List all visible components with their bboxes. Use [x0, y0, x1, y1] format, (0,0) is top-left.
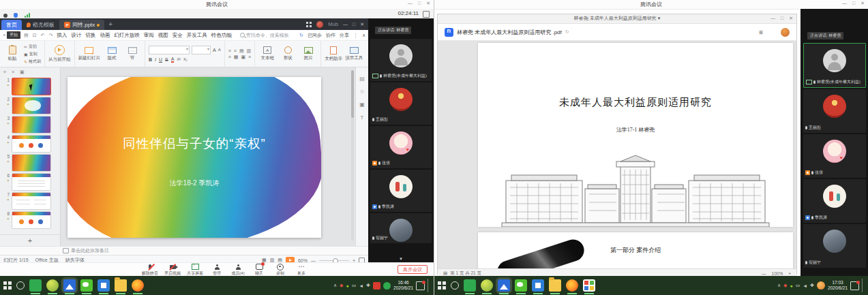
superscript-button[interactable]: X²: [177, 57, 181, 61]
tab-home[interactable]: 首页: [1, 20, 22, 30]
start-button-icon[interactable]: [3, 281, 12, 290]
manage-button[interactable]: 管理: [209, 264, 224, 277]
redo-icon[interactable]: ↷: [48, 33, 53, 38]
menu-animation[interactable]: 动画: [100, 32, 110, 39]
slide-thumb-1[interactable]: 1✦: [0, 77, 60, 96]
zoom-slider[interactable]: [319, 260, 349, 261]
chat-button[interactable]: 聊天: [252, 264, 267, 277]
show-desktop-button[interactable]: [428, 279, 430, 292]
tray-display-icon[interactable]: ▭: [796, 283, 800, 288]
close-icon[interactable]: ✕: [860, 1, 865, 6]
zoom-out-button[interactable]: —: [762, 271, 766, 276]
taskbar-app-blue[interactable]: [532, 279, 544, 292]
taskbar-app-meeting[interactable]: [498, 279, 510, 292]
more-menu-icon[interactable]: ⋮: [353, 33, 358, 38]
indent-icon[interactable]: ≡: [228, 55, 231, 59]
menu-security[interactable]: 安全: [173, 32, 183, 39]
text-tool-icon[interactable]: T: [361, 114, 364, 121]
taskbar-file-explorer[interactable]: [549, 279, 561, 292]
share-screen-button[interactable]: 共享屏幕: [187, 264, 203, 277]
undo-icon[interactable]: ↶: [41, 33, 45, 38]
tray-app-orange[interactable]: [817, 281, 825, 290]
font-size-select[interactable]: [192, 46, 211, 55]
tray-display-icon[interactable]: ▭: [352, 283, 357, 288]
shapes-button[interactable]: 形状: [279, 46, 297, 61]
participant-tile[interactable]: 张倩: [803, 134, 866, 178]
picture-button[interactable]: 图片: [299, 47, 317, 61]
taskbar-app-meeting[interactable]: [63, 279, 76, 292]
sync-status[interactable]: 已同步: [308, 32, 322, 39]
command-search[interactable]: 查找命令、搜索模板: [240, 32, 289, 39]
slide-thumb-2[interactable]: 2✦: [0, 96, 60, 115]
tray-volume-icon[interactable]: ◄: [359, 283, 363, 288]
scroll-more-icon[interactable]: ▼: [368, 257, 434, 261]
tray-app-green[interactable]: [383, 282, 391, 290]
outline-view-icon[interactable]: ≡: [12, 69, 14, 74]
menu-transition[interactable]: 切换: [85, 32, 95, 39]
search-circle-icon[interactable]: [16, 281, 25, 290]
textbox-button[interactable]: A 文本框: [258, 46, 276, 61]
participant-tile[interactable]: 季凯涛: [803, 179, 866, 223]
participant-tile[interactable]: 季凯涛: [370, 170, 432, 212]
tab-templates[interactable]: 稻壳模板: [22, 20, 59, 30]
print-icon[interactable]: ⊡: [33, 33, 37, 38]
properties-icon[interactable]: ▤: [359, 76, 365, 82]
tray-icon-green[interactable]: ●: [790, 283, 792, 288]
tray-icon-red[interactable]: ◆: [783, 283, 787, 288]
tray-app-red[interactable]: [373, 282, 380, 290]
zoom-in-button[interactable]: +: [788, 271, 791, 276]
menu-review[interactable]: 审阅: [144, 32, 154, 39]
underline-button[interactable]: U: [159, 57, 162, 62]
close-icon[interactable]: ✕: [426, 1, 430, 6]
menu-devtools[interactable]: 开发工具: [187, 32, 207, 39]
tray-expand-icon[interactable]: ∧: [777, 283, 781, 288]
participant-tile[interactable]: 林睿尧(未成年最大利益): [370, 39, 432, 81]
members-button[interactable]: 成员(4): [230, 264, 245, 277]
restore-icon[interactable]: □: [418, 1, 421, 6]
account-avatar[interactable]: [316, 21, 323, 28]
layout-button[interactable]: 版式: [103, 47, 121, 61]
share-button[interactable]: 分享: [340, 32, 349, 39]
numbering-icon[interactable]: ▥: [247, 48, 252, 53]
taskbar-app-sphere[interactable]: [481, 279, 493, 292]
taskbar-app-wechat[interactable]: [515, 279, 527, 292]
participant-tile[interactable]: 王丽彤: [803, 89, 866, 133]
add-slide-button[interactable]: +: [0, 234, 60, 246]
participant-tile[interactable]: 王丽彤: [370, 82, 432, 125]
restore-icon[interactable]: □: [852, 1, 855, 6]
maximize-icon[interactable]: □: [781, 16, 783, 21]
refresh-icon[interactable]: ↻: [565, 29, 569, 35]
participant-tile[interactable]: 贺丽宁: [803, 224, 866, 268]
tray-network-icon[interactable]: ✚: [810, 283, 814, 288]
taskbar-clock[interactable]: 17:03 2020/6/21: [828, 280, 848, 292]
tray-icon-red[interactable]: ◆: [340, 283, 343, 288]
taskbar-app-green[interactable]: [29, 279, 42, 292]
strikethrough-button[interactable]: S: [165, 57, 168, 62]
participant-tile[interactable]: 张倩: [370, 126, 432, 168]
close-icon[interactable]: ✕: [360, 22, 364, 27]
tray-network-icon[interactable]: ✚: [366, 283, 370, 288]
slide-thumb-4[interactable]: 4✦: [0, 134, 60, 153]
tray-icon-green[interactable]: ●: [346, 283, 348, 288]
new-tab-button[interactable]: +: [108, 20, 113, 28]
collaborate-button[interactable]: 协作: [326, 32, 335, 39]
taskbar-clock[interactable]: 16:46 2020/6/21: [393, 280, 413, 292]
save-icon[interactable]: ▤: [24, 33, 29, 38]
favorites-icon[interactable]: ☆: [359, 89, 364, 95]
start-video-button[interactable]: 开启视频: [164, 264, 181, 277]
record-button[interactable]: 录制: [273, 264, 288, 277]
current-slide[interactable]: 同性伴侣与子女的“亲权” 法学18-2 季凯涛: [68, 77, 321, 238]
notes-bar[interactable]: 单击此处添加备注: [0, 246, 368, 255]
slides-view-icon[interactable]: ▣: [20, 69, 25, 75]
taskbar-app-blue[interactable]: [98, 279, 110, 292]
collapse-ribbon-icon[interactable]: ∧: [362, 33, 365, 38]
pdf-document-area[interactable]: 未成年人最大利益原则适用研究 法学17-1 林睿尧: [438, 41, 796, 268]
page-layout-icon[interactable]: ▤: [443, 270, 447, 276]
font-family-select[interactable]: [149, 46, 190, 55]
tray-volume-icon[interactable]: ◄: [803, 283, 807, 288]
pdf-account-avatar[interactable]: [781, 28, 790, 37]
shrink-font-button[interactable]: A: [218, 48, 221, 52]
participant-tile-speaking[interactable]: 林睿尧(未成年最大利益): [803, 43, 866, 88]
bullets-icon[interactable]: ▤: [239, 48, 244, 53]
line-spacing-icon[interactable]: ▦: [234, 55, 239, 59]
